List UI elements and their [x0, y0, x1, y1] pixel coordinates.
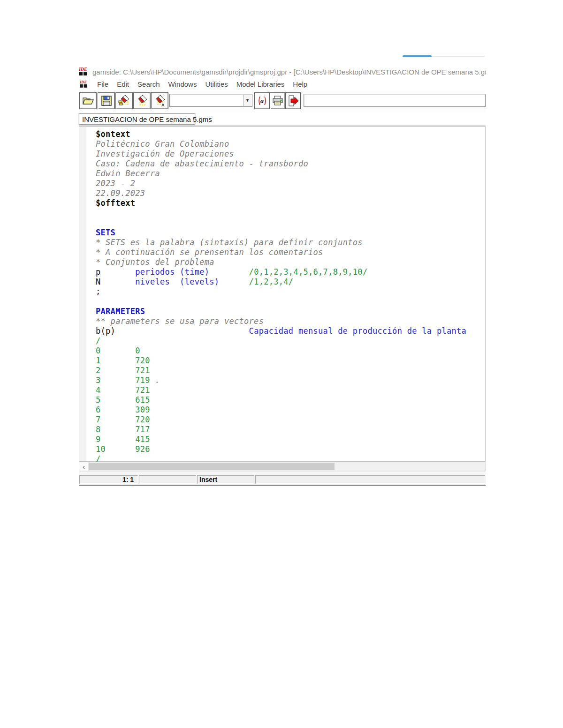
status-panel-message: [255, 475, 485, 484]
open-file-icon: [82, 96, 94, 105]
code-line: 2 721: [96, 366, 466, 375]
code-line: 1 720: [96, 356, 466, 366]
match-parameter-button[interactable]: a: [254, 92, 270, 109]
search-button[interactable]: [133, 92, 151, 109]
code-line: ;: [96, 287, 466, 297]
horizontal-scrollbar[interactable]: ‹: [79, 462, 486, 471]
code-line: SETS: [96, 228, 466, 238]
insert-mode-label: Insert: [199, 476, 217, 483]
scroll-indicator-track: [432, 56, 485, 57]
command-input[interactable]: [304, 94, 486, 107]
window-title: gamside: C:\Users\HP\Documents\gamsdir\p…: [92, 68, 486, 76]
code-line: N niveles (levels) /1,2,3,4/: [96, 277, 466, 287]
tab-label: INVESTIGACION de OPE semana 5.gms: [82, 115, 212, 123]
menu-item-windows[interactable]: Windows: [164, 80, 201, 88]
menu-item-help[interactable]: Help: [289, 80, 312, 88]
code-line: 8 717: [96, 425, 466, 435]
save-button[interactable]: [98, 92, 115, 109]
code-area[interactable]: $ontextPolitécnico Gran ColombianoInvest…: [96, 129, 466, 464]
page-scroll-indicator: [403, 55, 485, 57]
code-line: Edwin Becerra: [96, 169, 466, 179]
svg-text:a: a: [260, 98, 264, 105]
code-line: 4 721: [96, 385, 466, 395]
tab-bar: INVESTIGACION de OPE semana 5.gms: [79, 113, 486, 125]
code-line: 22.09.2023: [96, 188, 466, 198]
code-line: Investigación de Operaciones: [96, 149, 466, 159]
code-line: PARAMETERS: [96, 307, 466, 316]
match-parameter-icon: a: [257, 95, 268, 106]
cursor-position: 1: 1: [122, 476, 134, 483]
menu-item-search[interactable]: Search: [133, 80, 164, 88]
code-line: * Conjuntos del problema: [96, 257, 466, 267]
code-line: /: [96, 336, 466, 346]
code-line: b(p) Capacidad mensual de producción de …: [96, 326, 466, 336]
document-system-icon[interactable]: IDE: [80, 80, 88, 88]
menu-item-edit[interactable]: Edit: [113, 80, 133, 88]
search-project-icon: [118, 95, 130, 107]
search-icon: [136, 95, 148, 107]
menu-items: FileEditSearchWindowsUtilitiesModel Libr…: [93, 80, 312, 88]
code-line: Caso: Cadena de abastecimiento - transbo…: [96, 159, 466, 169]
insert-mode-panel: Insert: [197, 475, 254, 484]
code-line: 6 309: [96, 405, 466, 415]
print-icon: [272, 95, 284, 106]
run-button[interactable]: [285, 92, 301, 109]
code-line: [96, 208, 466, 218]
code-line: $ontext: [96, 129, 466, 139]
title-bar: IDE gamside: C:\Users\HP\Documents\gamsd…: [79, 66, 486, 78]
gams-ide-window: IDE gamside: C:\Users\HP\Documents\gamsd…: [79, 66, 486, 486]
scroll-left-arrow[interactable]: ‹: [79, 462, 89, 471]
quick-open-combo[interactable]: ▼: [169, 94, 252, 107]
code-line: 10 926: [96, 444, 466, 454]
code-line: * SETS es la palabra (sintaxis) para def…: [96, 238, 466, 248]
chevron-down-icon[interactable]: ▼: [243, 95, 251, 106]
code-line: 2023 - 2: [96, 179, 466, 188]
svg-text:A: A: [161, 103, 165, 107]
code-line: 9 415: [96, 435, 466, 444]
scrollbar-thumb[interactable]: [89, 463, 335, 470]
scroll-indicator-fill: [403, 55, 432, 57]
tab-investigacion-de-ope[interactable]: INVESTIGACION de OPE semana 5.gms: [79, 113, 195, 125]
search-project-button[interactable]: [115, 92, 133, 109]
open-file-button[interactable]: [79, 92, 97, 109]
code-line: 7 720: [96, 415, 466, 425]
menu-bar: IDE FileEditSearchWindowsUtilitiesModel …: [79, 78, 486, 90]
code-line: Politécnico Gran Colombiano: [96, 139, 466, 149]
gams-ide-app-icon: IDE: [79, 67, 88, 76]
status-bar: 1: 1 Insert: [79, 475, 486, 486]
code-line: 5 615: [96, 395, 466, 405]
menu-item-utilities[interactable]: Utilities: [201, 80, 232, 88]
menu-item-model-libraries[interactable]: Model Libraries: [232, 80, 289, 88]
search-replace-button[interactable]: A: [151, 92, 168, 109]
editor-gutter: [79, 127, 86, 461]
cursor-position-panel: 1: 1: [79, 475, 138, 484]
run-gams-icon: [287, 95, 299, 107]
code-line: [96, 297, 466, 307]
search-replace-icon: A: [154, 95, 166, 107]
code-line: 3 719 .: [96, 375, 466, 385]
code-line: $offtext: [96, 198, 466, 208]
code-line: [96, 218, 466, 228]
save-icon: [101, 95, 112, 106]
code-editor[interactable]: $ontextPolitécnico Gran ColombianoInvest…: [79, 127, 486, 462]
code-line: p periodos (time) /0,1,2,3,4,5,6,7,8,9,1…: [96, 267, 466, 277]
code-line: * A continuación se prensentan los comen…: [96, 248, 466, 257]
menu-item-file[interactable]: File: [93, 80, 113, 88]
toolbar: A ▼ a: [79, 90, 486, 113]
print-button[interactable]: [270, 92, 285, 109]
code-line: ** parameters se usa para vectores: [96, 316, 466, 326]
status-panel-modified: [139, 475, 196, 484]
code-line: 0 0: [96, 346, 466, 356]
